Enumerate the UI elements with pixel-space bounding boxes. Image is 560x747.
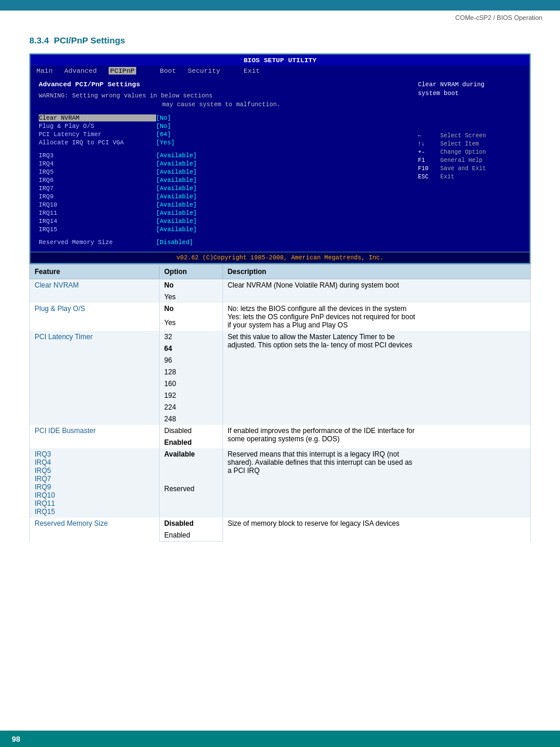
option-cell: Enabled [159, 529, 222, 542]
bios-sidebar: Clear NVRAM duringsystem boot ← Select S… [412, 76, 529, 252]
bios-title: BIOS SETUP UTILITY [36, 56, 524, 64]
sidebar-help-text: Clear NVRAM duringsystem boot [418, 80, 524, 97]
bios-footer: v02.62 (C)Copyright 1985-2008, American … [31, 252, 529, 263]
option-cell: 96 [159, 354, 222, 366]
bios-row-reserved: Reserved Memory Size [Disabled] [39, 239, 404, 246]
bios-main: Advanced PCI/PnP Settings WARNING: Setti… [31, 76, 412, 252]
content-area: 8.3.4 PCI/PnP Settings BIOS SETUP UTILIT… [0, 23, 560, 565]
help-general-help: F1 General Help [418, 157, 524, 164]
bios-section-header: Advanced PCI/PnP Settings [39, 80, 404, 88]
col-feature: Feature [30, 265, 160, 279]
desc-cell: Size of memory block to reserve for lega… [222, 518, 530, 542]
table-row: Plug & Play O/S No No: letzs the BIOS co… [30, 303, 531, 317]
option-cell: Available [159, 448, 222, 483]
page-header: COMe-cSP2 / BIOS Operation [0, 11, 560, 23]
bios-row-clear-nvram: Clear NVRAM [No] [39, 114, 404, 121]
option-cell: 128 [159, 366, 222, 378]
nav-security[interactable]: Security [188, 67, 220, 75]
feature-cell: Clear NVRAM [30, 279, 160, 303]
bios-row-irq9: IRQ9 [Available] [39, 193, 404, 200]
col-description: Description [222, 265, 530, 279]
feature-cell: PCI Latency Timer [30, 331, 160, 425]
nav-exit[interactable]: Exit [244, 67, 260, 75]
bios-row-irq6: IRQ6 [Available] [39, 177, 404, 184]
bios-warning: WARNING: Setting wrong values in below s… [39, 92, 404, 109]
nav-main[interactable]: Main [36, 67, 53, 75]
bios-row-irq3: IRQ3 [Available] [39, 152, 404, 159]
help-save-exit: F10 Save and Exit [418, 165, 524, 172]
help-change-option: +- Change Option [418, 149, 524, 156]
option-cell: Disabled [159, 518, 222, 529]
table-row: Clear NVRAM No Clear NVRAM (None Volatil… [30, 279, 531, 292]
bios-row-irq4: IRQ4 [Available] [39, 160, 404, 167]
option-cell: Enabled [159, 437, 222, 448]
bios-row-irq-vga: Allocate IRQ to PCI VGA [Yes] [39, 139, 404, 146]
option-cell: 160 [159, 378, 222, 390]
section-title: 8.3.4 PCI/PnP Settings [29, 35, 531, 45]
help-select-item: ↑↓ Select Item [418, 141, 524, 147]
col-option: Option [159, 265, 222, 279]
help-select-screen: ← Select Screen [418, 133, 524, 139]
nav-boot[interactable]: Boot [160, 67, 176, 75]
option-cell: Yes [159, 317, 222, 331]
bios-row-irq7: IRQ7 [Available] [39, 185, 404, 192]
desc-cell: Set this value to allow the Master Laten… [222, 331, 530, 425]
feature-table: Feature Option Description Clear NVRAM N… [29, 264, 531, 542]
bios-content: Advanced PCI/PnP Settings WARNING: Setti… [31, 76, 529, 252]
option-cell: 192 [159, 390, 222, 401]
bios-help-keys: ← Select Screen ↑↓ Select Item +- Change… [418, 133, 524, 180]
bios-row-latency: PCI Latency Timer [64] [39, 131, 404, 138]
option-cell: No [159, 279, 222, 292]
bios-nav: BIOS SETUP UTILITY [31, 55, 529, 66]
bios-row-irq5: IRQ5 [Available] [39, 168, 404, 175]
table-row: PCI IDE Busmaster Disabled If enabled im… [30, 425, 531, 437]
table-row: IRQ3 IRQ4 IRQ5 IRQ7 IRQ9 IRQ10 IRQ11 IRQ… [30, 448, 531, 483]
feature-cell: Plug & Play O/S [30, 303, 160, 331]
option-cell: 248 [159, 413, 222, 425]
bios-screenshot: BIOS SETUP UTILITY Main Advanced PCIPnP … [29, 53, 531, 264]
option-cell: 64 [159, 343, 222, 354]
desc-cell: No: letzs the BIOS configure all the dev… [222, 303, 530, 331]
table-row: PCI Latency Timer 32 Set this value to a… [30, 331, 531, 343]
nav-advanced[interactable]: Advanced [65, 67, 97, 75]
option-cell: Yes [159, 291, 222, 303]
feature-cell: PCI IDE Busmaster [30, 425, 160, 448]
option-cell: 32 [159, 331, 222, 343]
bios-row-irq10: IRQ10 [Available] [39, 201, 404, 208]
page-ref: COMe-cSP2 / BIOS Operation [455, 14, 542, 21]
feature-cell: IRQ3 IRQ4 IRQ5 IRQ7 IRQ9 IRQ10 IRQ11 IRQ… [30, 448, 160, 518]
nav-pcipnp[interactable]: PCIPnP [109, 67, 136, 75]
option-cell: 224 [159, 401, 222, 413]
bios-row-irq14: IRQ14 [Available] [39, 218, 404, 225]
option-cell: Disabled [159, 425, 222, 437]
page-number: 98 [12, 735, 20, 743]
bottom-bar: 98 [0, 731, 560, 747]
feature-cell: Reserved Memory Size [30, 518, 160, 542]
bios-row-irq11: IRQ11 [Available] [39, 209, 404, 217]
option-cell: Reserved [159, 483, 222, 518]
option-cell: No [159, 303, 222, 317]
desc-cell: If enabled improves the performance of t… [222, 425, 530, 448]
top-bar [0, 0, 560, 11]
help-exit: ESC Exit [418, 174, 524, 180]
desc-cell: Clear NVRAM (None Volatile RAM) during s… [222, 279, 530, 303]
bios-row-pnp: Plug & Play O/S [No] [39, 123, 404, 130]
bios-row-irq15: IRQ15 [Available] [39, 226, 404, 233]
table-row: Reserved Memory Size Disabled Size of me… [30, 518, 531, 529]
desc-cell: Reserved means that this interrupt is a … [222, 448, 530, 518]
